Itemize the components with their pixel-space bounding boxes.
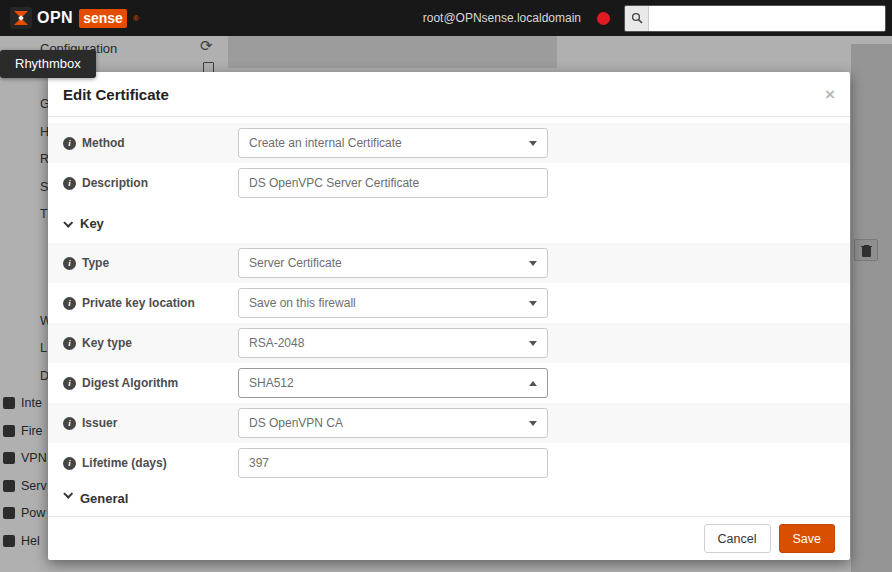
info-icon[interactable]: i — [63, 377, 76, 390]
field-label: Description — [82, 176, 148, 190]
lifetime-input[interactable] — [238, 448, 548, 478]
topbar: OPNsense® root@OPNsense.localdomain — [0, 0, 892, 36]
digest-algorithm-select[interactable]: SHA512 — [238, 368, 548, 398]
private-key-location-select[interactable]: Save on this firewall — [238, 288, 548, 318]
modal-footer: Cancel Save — [48, 516, 850, 560]
logged-in-user: root@OPNsense.localdomain — [423, 11, 581, 25]
caret-down-icon — [529, 301, 537, 306]
method-select[interactable]: Create an internal Certificate — [238, 128, 548, 158]
chevron-down-icon — [63, 489, 73, 499]
opnsense-logo-icon — [10, 7, 32, 29]
save-button[interactable]: Save — [779, 524, 836, 553]
field-label: Lifetime (days) — [82, 456, 167, 470]
form-row-method: i Method Create an internal Certificate — [48, 123, 850, 163]
brand-reg-mark: ® — [133, 14, 139, 23]
close-icon[interactable]: × — [825, 86, 835, 103]
caret-down-icon — [529, 261, 537, 266]
form-row-key-type: i Key type RSA-2048 — [48, 323, 850, 363]
field-label: Type — [82, 256, 109, 270]
caret-up-icon — [529, 381, 537, 386]
modal-header: Edit Certificate × — [48, 72, 850, 117]
info-icon[interactable]: i — [63, 297, 76, 310]
global-search-input[interactable] — [649, 6, 885, 31]
section-header-general[interactable]: General — [48, 483, 850, 515]
notification-dot[interactable] — [597, 12, 610, 25]
global-search — [624, 5, 886, 32]
modal-body: i Method Create an internal Certificate … — [48, 117, 850, 516]
info-icon[interactable]: i — [63, 457, 76, 470]
field-label: Method — [82, 136, 125, 150]
search-icon — [625, 6, 649, 31]
section-header-key[interactable]: Key — [48, 203, 850, 243]
type-select[interactable]: Server Certificate — [238, 248, 548, 278]
key-type-select[interactable]: RSA-2048 — [238, 328, 548, 358]
info-icon[interactable]: i — [63, 417, 76, 430]
description-input[interactable] — [238, 168, 548, 198]
form-row-private-key-location: i Private key location Save on this fire… — [48, 283, 850, 323]
field-label: Digest Algorithm — [82, 376, 178, 390]
form-row-issuer: i Issuer DS OpenVPN CA — [48, 403, 850, 443]
cancel-button[interactable]: Cancel — [704, 524, 771, 553]
opnsense-logo[interactable]: OPNsense® — [6, 7, 139, 29]
form-row-lifetime: i Lifetime (days) — [48, 443, 850, 483]
caret-down-icon — [529, 141, 537, 146]
screen: Configuration ⟳ G H R S T W L D Inte Fir… — [0, 0, 892, 572]
info-icon[interactable]: i — [63, 337, 76, 350]
modal-title: Edit Certificate — [63, 86, 169, 103]
rhythmbox-tooltip: Rhythmbox — [0, 50, 96, 78]
info-icon[interactable]: i — [63, 177, 76, 190]
issuer-select[interactable]: DS OpenVPN CA — [238, 408, 548, 438]
caret-down-icon — [529, 421, 537, 426]
chevron-down-icon — [63, 217, 73, 227]
field-label: Issuer — [82, 416, 117, 430]
caret-down-icon — [529, 341, 537, 346]
edit-certificate-modal: Edit Certificate × i Method Create an in… — [48, 72, 850, 560]
brand-text-sense: sense — [79, 9, 127, 28]
field-label: Key type — [82, 336, 132, 350]
info-icon[interactable]: i — [63, 137, 76, 150]
form-row-description: i Description — [48, 163, 850, 203]
form-row-type: i Type Server Certificate — [48, 243, 850, 283]
form-row-digest-algorithm: i Digest Algorithm SHA512 — [48, 363, 850, 403]
info-icon[interactable]: i — [63, 257, 76, 270]
brand-text-opn: OPN — [37, 9, 73, 27]
field-label: Private key location — [82, 296, 195, 310]
